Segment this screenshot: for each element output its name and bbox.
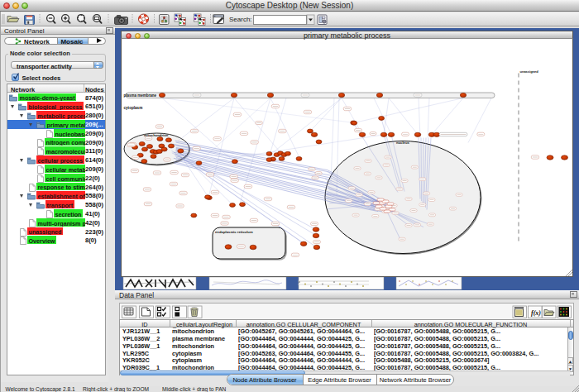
svg-text:endoplasmic reticulum: endoplasmic reticulum: [215, 229, 253, 233]
svg-text:nucleus: nucleus: [396, 141, 409, 145]
svg-text:mitochondrion: mitochondrion: [144, 132, 169, 136]
svg-text:unassigned: unassigned: [520, 69, 539, 73]
svg-text:cytoplasm: cytoplasm: [124, 105, 143, 109]
svg-text:f(x): f(x): [531, 309, 541, 317]
svg-text:plasma membrane: plasma membrane: [124, 93, 157, 98]
svg-text:Search:: Search:: [229, 16, 252, 23]
